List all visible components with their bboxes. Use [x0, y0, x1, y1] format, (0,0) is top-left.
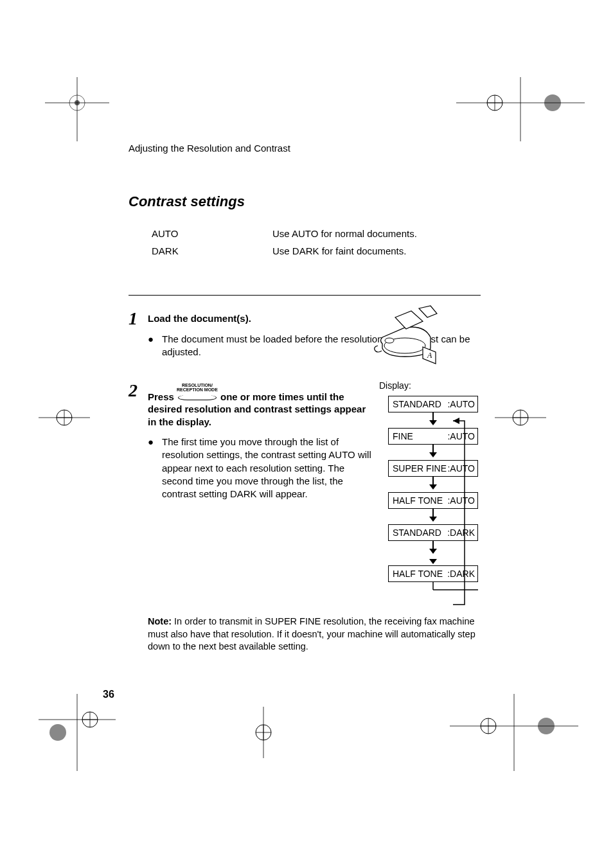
running-header: Adjusting the Resolution and Contrast — [129, 143, 481, 154]
registration-mark-icon — [456, 77, 585, 141]
step-bullet: ● The first time you move through the li… — [148, 436, 373, 500]
table-row: AUTO Use AUTO for normal documents. — [152, 228, 481, 239]
step-2: 2 Press RESOLUTION/ RECEPTION MODE one o… — [129, 380, 481, 594]
press-label: Press — [148, 391, 174, 402]
registration-mark-icon — [450, 694, 578, 771]
registration-mark-icon — [238, 707, 289, 758]
svg-marker-50 — [453, 418, 459, 424]
page-content: Adjusting the Resolution and Contrast Co… — [129, 143, 481, 653]
svg-marker-41 — [429, 517, 437, 522]
divider — [129, 295, 481, 296]
display-resolution: STANDARD — [393, 399, 441, 409]
registration-mark-icon — [45, 77, 109, 141]
page-number: 36 — [103, 689, 114, 700]
display-label: Display: — [379, 380, 481, 391]
svg-marker-35 — [429, 420, 437, 425]
svg-marker-39 — [429, 484, 437, 490]
resolution-reception-button-icon: RESOLUTION/ RECEPTION MODE — [177, 383, 218, 402]
svg-marker-43 — [429, 549, 437, 554]
table-row: DARK Use DARK for faint documents. — [152, 245, 481, 256]
setting-description: Use DARK for faint documents. — [272, 245, 406, 256]
setting-label: DARK — [152, 245, 272, 256]
bullet-icon: ● — [148, 333, 162, 359]
note-label: Note: — [148, 616, 172, 626]
display-resolution: HALF TONE — [393, 569, 443, 579]
step-number: 1 — [129, 308, 148, 329]
svg-point-48 — [385, 338, 394, 343]
display-resolution: FINE — [393, 431, 413, 441]
contrast-settings-table: AUTO Use AUTO for normal documents. DARK… — [152, 228, 481, 256]
fax-machine-illustration-icon: A — [366, 302, 443, 368]
section-heading: Contrast settings — [129, 193, 481, 210]
setting-description: Use AUTO for normal documents. — [272, 228, 417, 239]
display-resolution: STANDARD — [393, 527, 441, 538]
display-resolution: SUPER FINE — [393, 463, 447, 474]
svg-point-18 — [49, 724, 66, 741]
display-resolution: HALF TONE — [393, 495, 443, 506]
step-instruction: Press RESOLUTION/ RECEPTION MODE one or … — [148, 384, 373, 428]
note-text: In order to transmit in SUPER FINE resol… — [148, 616, 475, 651]
loop-back-arrow-icon — [453, 416, 470, 610]
setting-label: AUTO — [152, 228, 272, 239]
lcd-display: STANDARD :AUTO — [388, 396, 478, 412]
bullet-text: The first time you move through the list… — [162, 436, 373, 500]
svg-text:A: A — [427, 351, 432, 360]
bullet-icon: ● — [148, 436, 162, 500]
step-number: 2 — [129, 380, 148, 401]
svg-marker-44 — [429, 559, 437, 564]
registration-mark-icon — [495, 392, 546, 443]
registration-mark-icon — [39, 392, 90, 443]
svg-marker-37 — [429, 452, 437, 457]
note-paragraph: Note: In order to transmit in SUPER FINE… — [148, 616, 481, 653]
display-contrast: :AUTO — [447, 399, 475, 409]
registration-mark-icon — [39, 694, 116, 771]
step-body: Press RESOLUTION/ RECEPTION MODE one or … — [148, 380, 373, 500]
